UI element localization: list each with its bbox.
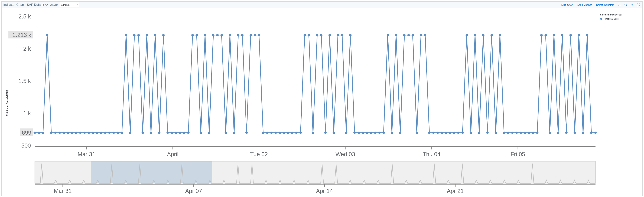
svg-point-31 xyxy=(42,132,44,134)
fullscreen-icon[interactable] xyxy=(636,3,641,7)
svg-text:Fri 05: Fri 05 xyxy=(510,151,525,157)
svg-point-139 xyxy=(490,34,493,36)
svg-point-138 xyxy=(486,132,489,134)
svg-point-39 xyxy=(75,132,78,134)
svg-point-52 xyxy=(129,132,132,134)
svg-point-149 xyxy=(532,132,534,134)
svg-point-72 xyxy=(212,34,214,36)
svg-point-141 xyxy=(499,34,501,36)
svg-point-42 xyxy=(88,132,90,134)
svg-point-158 xyxy=(569,34,572,36)
svg-point-143 xyxy=(507,132,510,134)
legend-swatch xyxy=(600,18,602,20)
svg-text:2.5 k: 2.5 k xyxy=(18,13,31,20)
svg-point-109 xyxy=(366,132,368,134)
svg-point-128 xyxy=(445,132,447,134)
svg-point-55 xyxy=(142,132,144,134)
svg-point-59 xyxy=(158,132,160,134)
chevron-down-icon xyxy=(76,4,78,6)
multi-chart-button[interactable]: Multi Chart xyxy=(560,4,574,6)
svg-point-36 xyxy=(62,132,65,134)
chart-title: Indicator Chart - SAP Default xyxy=(3,3,44,7)
svg-point-45 xyxy=(100,132,102,134)
svg-point-101 xyxy=(332,132,335,134)
svg-point-147 xyxy=(524,132,526,134)
svg-point-93 xyxy=(299,132,302,134)
svg-point-140 xyxy=(495,132,497,134)
svg-point-150 xyxy=(536,132,538,134)
svg-point-162 xyxy=(586,34,588,36)
chart-area: Rotational Speed (RPM) 5001 k1.5 k2 k2.5… xyxy=(2,8,642,196)
svg-point-146 xyxy=(520,132,522,134)
duration-value: 1 Month xyxy=(61,4,70,6)
svg-point-105 xyxy=(349,34,352,36)
svg-point-157 xyxy=(565,132,568,134)
chart-title-dropdown[interactable]: Indicator Chart - SAP Default xyxy=(3,3,48,7)
svg-text:Mar 31: Mar 31 xyxy=(78,151,95,157)
svg-point-142 xyxy=(503,132,506,134)
svg-point-118 xyxy=(403,34,406,36)
svg-point-107 xyxy=(358,132,360,134)
svg-point-120 xyxy=(412,34,414,36)
svg-point-99 xyxy=(324,132,327,134)
svg-point-163 xyxy=(590,132,592,134)
svg-point-161 xyxy=(582,132,584,134)
svg-point-104 xyxy=(345,132,348,134)
svg-point-92 xyxy=(295,132,298,134)
svg-text:2.213 k: 2.213 k xyxy=(12,32,32,38)
svg-point-110 xyxy=(370,132,372,134)
svg-point-126 xyxy=(436,132,439,134)
legend-title: Selected Indicator (1) xyxy=(600,14,639,16)
overview-chart[interactable]: Mar 31Apr 07Apr 14Apr 21 xyxy=(8,160,600,194)
svg-point-80 xyxy=(246,132,248,134)
svg-point-63 xyxy=(175,132,177,134)
svg-point-74 xyxy=(220,34,223,36)
svg-point-103 xyxy=(341,34,344,36)
svg-point-70 xyxy=(204,34,206,36)
svg-point-68 xyxy=(196,34,198,36)
svg-point-117 xyxy=(399,132,402,134)
duration-control: Duration 1 Month xyxy=(50,3,79,7)
svg-point-38 xyxy=(71,132,73,134)
svg-point-46 xyxy=(104,132,107,134)
svg-point-2 xyxy=(618,5,618,5)
svg-text:Tue 02: Tue 02 xyxy=(250,151,268,157)
svg-point-89 xyxy=(283,132,285,134)
gear-icon[interactable] xyxy=(630,3,634,7)
svg-point-62 xyxy=(170,132,173,134)
svg-point-29 xyxy=(34,132,36,134)
indicator-chart-panel: Indicator Chart - SAP Default Duration 1… xyxy=(2,2,642,196)
svg-text:Apr 07: Apr 07 xyxy=(185,188,202,194)
svg-point-148 xyxy=(528,132,530,134)
svg-point-130 xyxy=(453,132,456,134)
svg-point-88 xyxy=(278,132,281,134)
svg-point-78 xyxy=(237,34,240,36)
duration-select[interactable]: 1 Month xyxy=(60,3,79,7)
duration-label: Duration xyxy=(50,4,58,6)
svg-point-69 xyxy=(200,132,202,134)
svg-point-133 xyxy=(466,34,468,36)
reset-icon[interactable] xyxy=(624,3,628,7)
svg-text:Mar 31: Mar 31 xyxy=(54,188,72,194)
svg-point-57 xyxy=(150,132,152,134)
svg-point-85 xyxy=(266,132,268,134)
svg-point-71 xyxy=(208,132,210,134)
svg-point-100 xyxy=(328,34,331,36)
main-chart[interactable]: 5001 k1.5 k2 k2.5 k2.213 k699Mar 31April… xyxy=(8,12,600,160)
svg-point-86 xyxy=(270,132,273,134)
svg-point-124 xyxy=(428,132,430,134)
svg-point-58 xyxy=(154,34,156,36)
add-evidence-button[interactable]: Add Evidence xyxy=(576,4,593,6)
svg-point-51 xyxy=(125,34,127,36)
svg-point-35 xyxy=(58,132,61,134)
legend-item[interactable]: Rotational Speed xyxy=(600,18,639,20)
svg-point-49 xyxy=(117,132,119,134)
svg-point-135 xyxy=(474,34,476,36)
svg-point-61 xyxy=(166,132,169,134)
svg-point-30 xyxy=(38,132,40,134)
svg-point-54 xyxy=(137,34,140,36)
y-axis-label: Rotational Speed (RPM) xyxy=(5,12,8,194)
list-icon[interactable] xyxy=(617,3,622,7)
select-indicators-button[interactable]: Select Indicators xyxy=(595,4,616,6)
svg-point-91 xyxy=(291,132,294,134)
